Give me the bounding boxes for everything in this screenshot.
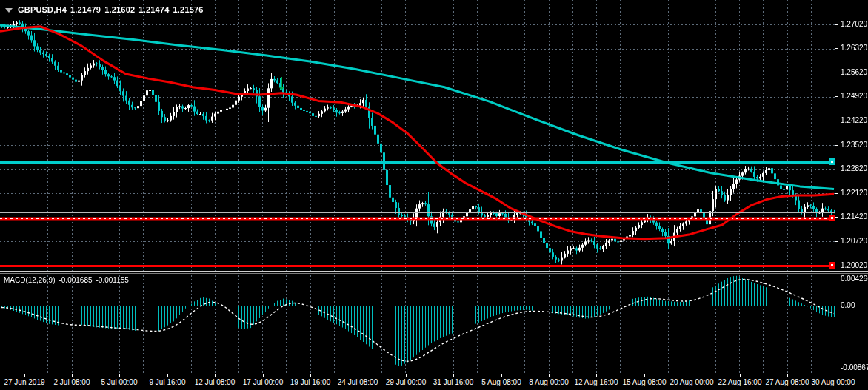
- time-axis-tick: [263, 374, 264, 377]
- time-axis-tick: [835, 374, 835, 377]
- time-axis-label: 5 Jul 00:00: [101, 378, 138, 386]
- price-axis-label: 1.25620: [841, 68, 867, 76]
- time-axis-tick: [167, 374, 168, 377]
- price-axis-label: 1.26320: [841, 44, 867, 52]
- major-support-line-axis-marker: [829, 262, 835, 269]
- support-line-axis-marker: [829, 215, 835, 221]
- time-axis-label: 24 Jul 08:00: [338, 378, 378, 386]
- time-axis-tick: [692, 374, 692, 377]
- time-axis-label: 9 Jul 16:00: [150, 378, 186, 386]
- time-axis-tick: [787, 374, 788, 377]
- macd-axis-min-label: -0.008679: [841, 363, 868, 371]
- time-axis-label: 22 Aug 16:00: [718, 378, 762, 386]
- time-axis-label: 20 Aug 00:00: [670, 378, 714, 386]
- time-axis-tick: [24, 374, 25, 377]
- trade-marker-arrow-icon: [278, 87, 284, 90]
- time-axis-label: 17 Jul 00:00: [243, 378, 284, 386]
- time-axis-tick: [644, 374, 645, 377]
- price-axis-label: 1.20020: [841, 261, 867, 269]
- macd-pane-right-frame: [835, 275, 835, 374]
- pane-divider[interactable]: [0, 271, 868, 275]
- time-axis-tick: [310, 374, 311, 377]
- time-axis-tick: [358, 374, 358, 377]
- time-axis-label: 15 Aug 08:00: [623, 378, 667, 386]
- price-axis-label: 1.21420: [841, 212, 867, 221]
- time-axis-label: 27 Jun 2019: [4, 378, 44, 386]
- macd-indicator-canvas[interactable]: [0, 275, 835, 374]
- macd-axis-zero-label: 0.00: [841, 301, 855, 309]
- macd-axis-max-label: 0.004266: [841, 275, 868, 283]
- time-axis-tick: [740, 374, 741, 377]
- time-axis[interactable]: 27 Jun 20192 Jul 08:005 Jul 00:009 Jul 1…: [0, 374, 868, 390]
- title-low-value: 1.21474: [138, 5, 169, 14]
- symbol-dropdown-arrow-icon[interactable]: [5, 8, 13, 13]
- time-axis-label: 31 Jul 16:00: [433, 378, 474, 386]
- chart-title-bar: GBPUSD,H41.214791.216021.214741.21576: [5, 5, 207, 14]
- price-axis-label: 1.24220: [841, 116, 867, 124]
- time-axis-label: 30 Aug 00:00: [812, 378, 855, 386]
- time-axis-tick: [119, 374, 120, 377]
- price-chart-canvas[interactable]: [0, 0, 835, 271]
- main-pane-right-frame: [835, 0, 835, 271]
- price-axis-label: 1.20720: [841, 237, 867, 245]
- price-axis-label: 1.27020: [841, 20, 867, 28]
- macd-main-value: -0.001685: [59, 276, 92, 284]
- time-axis-label: 12 Jul 08:00: [195, 378, 236, 386]
- macd-axis[interactable]: 0.004266 0.00 -0.008679: [835, 275, 868, 374]
- title-high-value: 1.21602: [104, 5, 135, 14]
- time-axis-label: 5 Aug 08:00: [481, 378, 521, 386]
- time-axis-label: 27 Aug 08:00: [766, 378, 809, 386]
- time-axis-label: 8 Aug 00:00: [529, 378, 568, 386]
- price-axis-label: 1.22820: [841, 164, 867, 172]
- price-axis[interactable]: 1.21576 1.270201.263201.256201.249201.24…: [835, 0, 868, 272]
- time-axis-tick: [549, 374, 550, 377]
- macd-signal-value: -0.001155: [96, 276, 129, 284]
- price-axis-label: 1.24920: [841, 92, 867, 100]
- macd-name: MACD(12,26,9): [4, 276, 55, 284]
- time-axis-tick: [453, 374, 454, 377]
- time-axis-label: 12 Aug 16:00: [575, 378, 618, 386]
- mt4-chart-window: GBPUSD,H41.214791.216021.214741.21576 1.…: [0, 0, 868, 390]
- trade-marker-stem: [281, 77, 282, 87]
- time-axis-tick: [501, 374, 502, 377]
- time-axis-tick: [215, 374, 216, 377]
- time-axis-tick: [406, 374, 407, 377]
- title-close-value: 1.21576: [173, 5, 204, 14]
- time-axis-label: 29 Jul 00:00: [386, 378, 427, 386]
- macd-indicator-label: MACD(12,26,9)-0.001685-0.001155: [4, 276, 133, 284]
- resistance-line-axis-marker: [829, 158, 835, 165]
- price-axis-label: 1.23520: [841, 141, 867, 149]
- title-open-value: 1.21479: [70, 5, 101, 14]
- time-axis-tick: [596, 374, 597, 377]
- price-axis-label: 1.22120: [841, 189, 867, 197]
- time-axis-tick: [72, 374, 73, 377]
- title-symbol-period: GBPUSD,H4: [18, 5, 67, 14]
- time-axis-label: 2 Jul 08:00: [54, 378, 90, 386]
- time-axis-label: 19 Jul 16:00: [290, 378, 331, 386]
